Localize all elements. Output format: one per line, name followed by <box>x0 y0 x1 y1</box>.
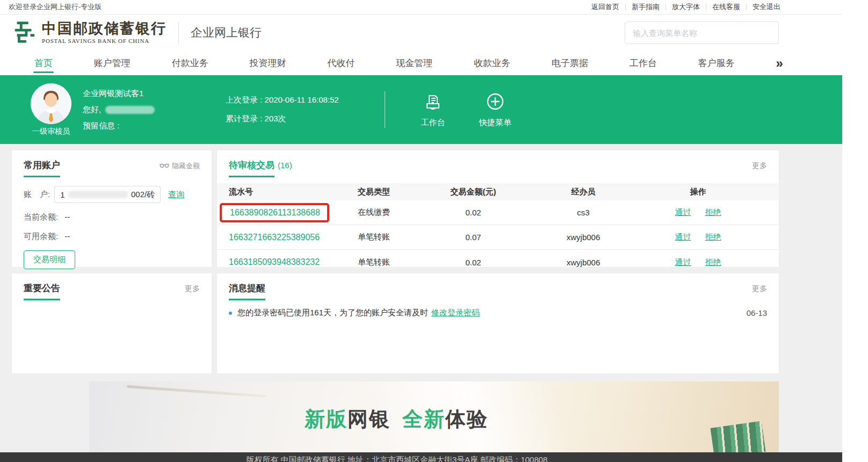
account-number-prefix: 1 <box>60 190 64 199</box>
menu-search-input[interactable] <box>625 22 778 44</box>
notices-more-link[interactable]: 更多 <box>185 284 200 294</box>
transaction-operator: xwyjb006 <box>538 258 629 267</box>
pending-table: 流水号 交易类型 交易金额(元) 经办员 操作 1663890826113138… <box>217 183 779 275</box>
col-actions: 操作 <box>629 187 767 197</box>
transaction-type: 单笔转账 <box>339 257 409 268</box>
content-area: 常用账户 隐藏金额 账 户: <box>0 144 842 452</box>
divider <box>746 4 747 10</box>
notices-card-title: 重要公告 <box>24 282 60 300</box>
bank-name-cn: 中国邮政储蓄银行 <box>42 21 167 36</box>
available-balance-value: -- <box>64 232 70 241</box>
nav-cash-management[interactable]: 现金管理 <box>396 51 432 75</box>
company-name: 企业网银测试客1 <box>83 89 217 99</box>
user-banner: 一级审核员 企业网银测试客1 您好, 预留信息 : 上次登录 : 2020-06… <box>0 75 842 144</box>
divider <box>666 4 666 10</box>
nav-e-bills[interactable]: 电子票据 <box>552 51 588 75</box>
login-info: 上次登录 : 2020-06-11 16:08:52 累计登录 : 203次 <box>226 95 376 124</box>
common-accounts-card: 常用账户 隐藏金额 账 户: <box>12 150 212 267</box>
account-number-field[interactable]: 1 002/砖 <box>54 186 161 203</box>
divider <box>706 4 706 10</box>
portal-name: 企业网上银行 <box>191 25 262 41</box>
person-avatar-icon <box>31 83 71 124</box>
serial-link[interactable]: 1663185093948383232 <box>229 257 320 266</box>
reject-link[interactable]: 拒绝 <box>705 232 721 241</box>
transaction-operator: xwyjb006 <box>538 233 629 242</box>
change-password-link[interactable]: 修改登录密码 <box>431 308 480 318</box>
nav-customer-service[interactable]: 客户服务 <box>698 51 735 75</box>
promo-banner: 新版网银全新体验 <box>89 381 779 452</box>
divider <box>385 91 385 128</box>
promo-part2: 网银 <box>348 408 390 430</box>
nav-more-chevron-icon[interactable]: » <box>776 51 782 75</box>
query-link[interactable]: 查询 <box>168 190 184 200</box>
current-balance-value: -- <box>64 212 70 221</box>
menu-search-box <box>625 21 779 44</box>
message-item: 您的登录密码已使用161天，为了您的账户安全请及时 修改登录密码 06-13 <box>229 308 767 318</box>
promo-slogan: 新版网银全新体验 <box>305 406 488 433</box>
messages-more-link[interactable]: 更多 <box>752 284 767 294</box>
approve-link[interactable]: 通过 <box>675 257 691 266</box>
divider <box>178 22 179 44</box>
serial-link[interactable]: 1663271663225389056 <box>229 233 320 242</box>
nav-collection-payment[interactable]: 代收付 <box>327 51 355 75</box>
nav-payment[interactable]: 付款业务 <box>172 51 208 75</box>
psbc-logo-icon <box>12 19 37 46</box>
avatar-block: 一级审核员 <box>28 83 74 136</box>
transaction-amount: 0.02 <box>409 208 538 217</box>
transaction-type: 在线缴费 <box>339 207 409 218</box>
col-amount: 交易金额(元) <box>409 187 538 197</box>
link-safe-logout[interactable]: 安全退出 <box>753 2 780 12</box>
table-row: 1663271663225389056 单笔转账 0.07 xwyjb006 通… <box>217 225 779 250</box>
link-return-home[interactable]: 返回首页 <box>591 2 619 12</box>
transaction-detail-button[interactable]: 交易明细 <box>24 250 75 269</box>
header: 中国邮政储蓄银行 POSTAL SAVINGS BANK OF CHINA 企业… <box>0 15 842 51</box>
pending-count: (16) <box>278 161 292 170</box>
transaction-amount: 0.07 <box>409 233 538 242</box>
bank-name-en: POSTAL SAVINGS BANK OF CHINA <box>42 38 167 44</box>
shortcut-workbench[interactable]: 工作台 <box>410 92 456 128</box>
red-highlight-box: 1663890826113138688 <box>220 203 329 222</box>
message-text: 您的登录密码已使用161天，为了您的账户安全请及时 <box>237 308 428 318</box>
redacted-account-number <box>68 191 128 198</box>
shortcut-workbench-label: 工作台 <box>421 118 445 128</box>
nav-workbench[interactable]: 工作台 <box>630 51 657 75</box>
link-beginner-guide[interactable]: 新手指南 <box>632 2 660 12</box>
nav-receivables[interactable]: 收款业务 <box>474 51 510 75</box>
shortcut-quick-menu[interactable]: 快捷菜单 <box>472 92 518 128</box>
page: 欢迎登录企业网上银行-专业版 返回首页 新手指南 放大字体 在线客服 安全退出 <box>0 0 842 462</box>
available-balance-label: 可用余额: <box>24 232 58 241</box>
nav-account-management[interactable]: 账户管理 <box>94 51 131 75</box>
accounts-card-title: 常用账户 <box>24 159 60 177</box>
nav-investment[interactable]: 投资理财 <box>250 51 286 75</box>
important-notices-card: 重要公告 更多 <box>12 273 212 373</box>
approve-link[interactable]: 通过 <box>675 207 691 216</box>
link-online-service[interactable]: 在线客服 <box>712 2 740 12</box>
serial-link[interactable]: 1663890826113138688 <box>230 208 320 217</box>
transaction-type: 单笔转账 <box>339 232 409 242</box>
footer: 版权所有 中国邮政储蓄银行 地址：北京市西城区金融大街3号A座 邮政编码：100… <box>0 452 842 462</box>
account-number-suffix: 002/砖 <box>131 190 155 200</box>
pencil-decoration <box>127 385 266 398</box>
pending-table-header: 流水号 交易类型 交易金额(元) 经办员 操作 <box>217 183 779 200</box>
books-decoration <box>710 421 765 452</box>
reject-link[interactable]: 拒绝 <box>705 257 721 266</box>
col-type: 交易类型 <box>339 187 409 197</box>
hide-amount-toggle[interactable]: 隐藏金额 <box>160 161 200 171</box>
workbench-icon <box>423 92 443 113</box>
brand-text: 中国邮政储蓄银行 POSTAL SAVINGS BANK OF CHINA <box>42 21 167 44</box>
plus-circle-icon <box>486 92 505 113</box>
table-row: 1663890826113138688 在线缴费 0.02 cs3 通过 拒绝 <box>217 200 779 225</box>
shortcut-quick-menu-label: 快捷菜单 <box>479 118 511 128</box>
promo-part4: 体验 <box>445 408 488 430</box>
nav-home[interactable]: 首页 <box>34 51 53 75</box>
table-row: 1663185093948383232 单笔转账 0.02 xwyjb006 通… <box>217 250 779 275</box>
user-info: 企业网银测试客1 您好, 预留信息 : <box>83 89 217 131</box>
topbar: 欢迎登录企业网上银行-专业版 返回首页 新手指南 放大字体 在线客服 安全退出 <box>0 0 842 15</box>
link-enlarge-font[interactable]: 放大字体 <box>672 2 700 12</box>
divider <box>625 4 626 10</box>
reject-link[interactable]: 拒绝 <box>705 207 721 216</box>
approve-link[interactable]: 通过 <box>675 232 691 241</box>
col-serial: 流水号 <box>229 187 339 197</box>
pending-more-link[interactable]: 更多 <box>752 161 767 171</box>
col-operator: 经办员 <box>538 187 629 197</box>
